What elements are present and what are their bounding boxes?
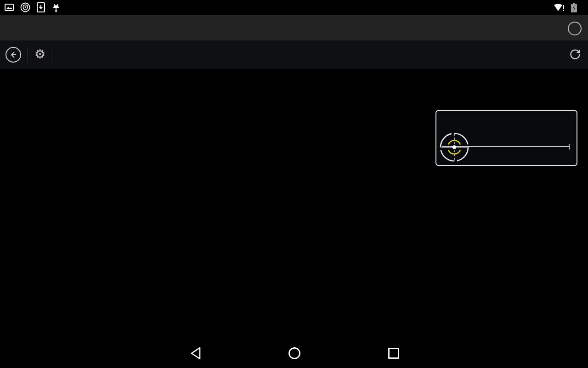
back-arrow-icon [9,51,17,59]
divider [52,46,52,63]
nav-recents-button[interactable] [388,347,400,360]
app-header [0,15,588,40]
settings-button[interactable]: ⚙ [34,48,45,61]
screenshot-icon [5,3,14,12]
nav-back-button[interactable] [190,347,202,360]
battery-charging-icon [571,3,577,12]
channel-strips [5,69,583,310]
android-nav-bar [0,339,588,368]
android-icon [51,2,61,12]
toolbar: ⚙ [0,40,588,69]
shield-notification-icon [20,2,30,12]
wifi-alert-icon [554,3,565,12]
download-icon [37,2,45,12]
view-group-bar [0,310,588,339]
back-button[interactable] [6,47,21,63]
connection-status-dot [59,51,68,59]
divider [28,46,28,63]
pan-popup [435,110,577,166]
pan-crosshair-handle[interactable] [435,127,474,167]
refresh-icon [569,48,582,61]
screen: ⚙ [0,0,588,368]
refresh-button[interactable] [569,48,582,63]
gear-icon: ⚙ [34,47,45,61]
status-bar-left [5,2,61,12]
status-bar-right [554,3,583,12]
status-bar [0,0,588,15]
pan-popup-track-end [569,144,570,150]
nav-home-button[interactable] [288,347,301,360]
help-button[interactable] [568,22,582,35]
